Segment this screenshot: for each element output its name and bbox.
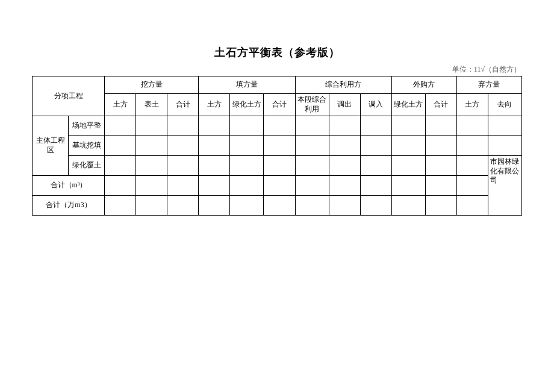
cell [264,116,295,136]
cell [425,156,456,176]
cell [329,176,360,196]
cell [329,136,360,156]
cell [295,136,329,156]
cell [230,116,264,136]
cell [167,196,199,216]
cell [488,116,521,136]
cell [136,116,167,136]
row-total-wm3: 合计（万m3） [33,196,105,216]
cell [136,136,167,156]
cell [456,176,488,196]
cell [360,116,391,136]
cell [136,196,167,216]
earthwork-table: 分项工程 挖方量 填方量 综合利用方 外购方 弃方量 土方 表土 合计 土方 绿… [32,76,521,216]
cell [456,156,488,176]
cell [391,176,425,196]
cell [199,116,230,136]
cell [488,136,521,156]
header-utilize: 综合利用方 [295,76,391,94]
cell [230,136,264,156]
cell [136,176,167,196]
cell [264,176,295,196]
cell [295,176,329,196]
header-waste-soil: 土方 [456,94,488,116]
cell [230,156,264,176]
row-pit: 基坑挖填 [69,136,105,156]
cell [199,156,230,176]
row-site-level: 场地平整 [69,116,105,136]
header-project: 分项工程 [33,76,105,116]
header-util-local: 本段综合 利用 [295,94,329,116]
header-fill-total: 合计 [264,94,295,116]
main-zone-label: 主体工程区 [33,116,69,176]
header-waste-dest: 去向 [488,94,521,116]
cell [199,196,230,216]
header-excavation: 挖方量 [105,76,199,94]
document-title: 土石方平衡表（参考版） [0,0,554,64]
cell [264,136,295,156]
cell [425,176,456,196]
cell [391,196,425,216]
table-row: 绿化覆土 市园林绿化有限公司 [33,156,521,176]
row-total-m3: 合计（m³） [33,176,105,196]
cell [199,136,230,156]
header-pur-green: 绿化土方 [391,94,425,116]
header-exc-topsoil: 表土 [136,94,167,116]
row-green-cover: 绿化覆土 [69,156,105,176]
cell [329,156,360,176]
cell [391,136,425,156]
cell [105,136,136,156]
header-exc-soil: 土方 [105,94,136,116]
cell [105,156,136,176]
cell [425,116,456,136]
cell [295,196,329,216]
cell [105,116,136,136]
cell [391,156,425,176]
cell [360,136,391,156]
cell [264,196,295,216]
header-fill: 填方量 [199,76,295,94]
cell [167,176,199,196]
cell [105,196,136,216]
cell [360,156,391,176]
header-util-out: 调出 [329,94,360,116]
cell [329,196,360,216]
cell [295,156,329,176]
cell [105,176,136,196]
cell [199,176,230,196]
unit-label: 单位：11√（自然方） [0,64,554,76]
cell [167,156,199,176]
cell [456,116,488,136]
header-exc-total: 合计 [167,94,199,116]
cell [360,196,391,216]
table-row: 基坑挖填 [33,136,521,156]
cell [136,156,167,176]
cell [456,196,488,216]
cell [167,136,199,156]
cell [230,176,264,196]
cell [425,196,456,216]
green-dest-cell: 市园林绿化有限公司 [488,156,521,216]
table-row: 合计（m³） [33,176,521,196]
cell [456,136,488,156]
cell [230,196,264,216]
cell [264,156,295,176]
cell [391,116,425,136]
header-purchase: 外购方 [391,76,456,94]
cell [425,136,456,156]
cell [295,116,329,136]
header-waste: 弃方量 [456,76,521,94]
table-row: 主体工程区 场地平整 [33,116,521,136]
header-fill-green: 绿化土方 [230,94,264,116]
header-pur-total: 合计 [425,94,456,116]
cell [360,176,391,196]
table-row: 合计（万m3） [33,196,521,216]
cell [329,116,360,136]
cell [167,116,199,136]
header-fill-soil: 土方 [199,94,230,116]
header-util-in: 调入 [360,94,391,116]
